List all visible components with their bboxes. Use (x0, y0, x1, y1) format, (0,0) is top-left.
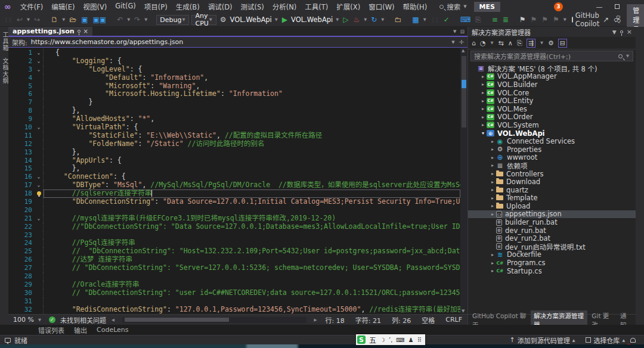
line-number[interactable]: 31 (8, 297, 35, 306)
code-line[interactable]: 18 //sqlserver连接字符串 (8, 189, 460, 198)
expander-icon[interactable]: ▸ (490, 179, 496, 185)
navigate-back-icon[interactable]: ↩ (16, 13, 24, 26)
menu-item[interactable]: 文件(F) (16, 2, 48, 11)
tree-item-connected-services[interactable]: ▸◉Connected Services (468, 137, 636, 145)
code-line[interactable]: 9 "AllowedHosts": "*", (8, 115, 460, 123)
chevron-down-icon[interactable]: ▼ (144, 17, 148, 22)
document-copy-icon[interactable]: ⎘ (474, 13, 482, 26)
line-number[interactable]: 23 (8, 231, 35, 240)
line-number[interactable]: 30 (8, 289, 35, 297)
line-number[interactable]: 2 (8, 57, 35, 66)
tree-item-wwwroot[interactable]: ▸⊕wwwroot (468, 154, 636, 162)
expander-icon[interactable]: ▸ (490, 260, 496, 266)
spell-check-icon[interactable]: ✓ (442, 13, 451, 26)
next-bookmark-icon[interactable]: ⚑ (540, 13, 549, 26)
line-number[interactable]: 10 (8, 123, 35, 132)
code-line[interactable]: 29 //Oracle连接字符串 (8, 281, 460, 289)
tree-item-vol.system[interactable]: ▸C#VOL.System (468, 121, 636, 129)
line-number[interactable]: 1 (8, 49, 35, 57)
code-line[interactable]: 2⌄ "Logging": { (8, 57, 460, 66)
clear-bookmarks-icon[interactable]: ⚑ (552, 13, 561, 26)
menu-item[interactable]: 视图(V) (79, 2, 112, 11)
code-line[interactable]: 3⌄ "LogLevel": { (8, 66, 460, 74)
expander-icon[interactable]: ▸ (490, 195, 496, 201)
tree-item--mes-8-8-[interactable]: ▣解决方案 'MES' (8 个项目, 共 8 个) (468, 64, 636, 73)
expander-icon[interactable]: ▸ (480, 74, 486, 79)
expander-icon[interactable]: ▸ (490, 212, 496, 217)
expander-icon[interactable]: ▸ (480, 122, 486, 128)
menu-item[interactable]: 项目(P) (140, 2, 172, 11)
startup-project-label[interactable]: VOL.WebApi (230, 15, 272, 24)
tree-item-controllers[interactable]: ▸Controllers (468, 170, 636, 178)
expander-icon[interactable]: ▸ (490, 139, 496, 144)
line-number[interactable]: 14 (8, 157, 35, 165)
scrollbar-thumb[interactable] (462, 56, 466, 128)
copy-path-icon[interactable]: ⎘ (517, 39, 522, 47)
horizontal-scrollbar[interactable] (122, 317, 306, 323)
vertical-scrollbar[interactable]: ▲ ▼ (460, 48, 467, 314)
chevron-down-icon[interactable]: ▼ (540, 41, 544, 45)
solution-search-input[interactable]: 搜索解决方案资源管理器(Ctrl+;) ▼ (470, 51, 633, 61)
sync-with-active-document-icon[interactable]: ⇶ (527, 39, 535, 48)
quick-search[interactable]: 搜索 ▼ (439, 2, 466, 11)
ime-tool-icon[interactable]: ⌨ (396, 337, 404, 343)
chevron-down-icon[interactable]: ▼ (380, 17, 385, 22)
ime-tool-icon[interactable]: ⠿ (417, 337, 422, 343)
github-copilot-icon[interactable] (572, 17, 573, 23)
line-number[interactable]: 18 (8, 189, 35, 198)
chevron-down-icon[interactable]: ▼ (626, 54, 630, 58)
find-in-files-icon[interactable]: 🗀 (393, 13, 402, 26)
line-number[interactable]: 21 (8, 215, 35, 223)
keyboard-cursor-icon[interactable]: ⌨ (459, 13, 472, 26)
fold-chevron-icon[interactable]: ⌄ (35, 49, 43, 57)
chevron-down-icon[interactable]: ▼ (26, 17, 30, 22)
select-repository-button[interactable]: 选择仓库 ▲ (580, 335, 630, 345)
scroll-down-icon[interactable]: ▼ (462, 309, 465, 313)
expander-icon[interactable]: ▸ (480, 106, 486, 111)
close-icon[interactable]: × (83, 28, 88, 35)
line-number[interactable]: 27 (8, 264, 35, 272)
schema-url[interactable]: https://www.schemastore.org/appsettings.… (31, 38, 184, 46)
line-number[interactable]: 20 (8, 206, 35, 215)
attach-to-process-icon[interactable]: ▦ (411, 13, 420, 26)
code-line[interactable]: 5 "Microsoft": "Warning", (8, 82, 460, 91)
previous-bookmark-icon[interactable]: ⚑ (530, 13, 538, 26)
tree-item--[interactable]: ▸▦依赖项 (468, 161, 636, 170)
expander-icon[interactable]: ▾ (480, 130, 486, 136)
tree-item-template[interactable]: ▸Template (468, 194, 636, 203)
fold-chevron-icon[interactable]: ⌄ (35, 181, 43, 189)
menu-item[interactable]: 测试(S) (236, 2, 268, 11)
line-number[interactable]: 28 (8, 272, 35, 281)
code-line[interactable]: 6 "Microsoft.Hosting.Lifetime": "Informa… (8, 90, 460, 98)
line-number[interactable]: 15 (8, 164, 35, 173)
line-ending[interactable]: CRLF (442, 316, 465, 324)
tree-item-download[interactable]: ▸Download (468, 178, 636, 186)
line-number[interactable]: 32 (8, 306, 35, 314)
bottom-tool-tab[interactable]: CodeLens (93, 326, 132, 334)
feedback-icon[interactable] (5, 338, 11, 343)
pin-icon[interactable] (78, 30, 80, 33)
wrench-icon[interactable]: ⚙ (548, 39, 554, 47)
expander-icon[interactable]: ▸ (480, 90, 486, 95)
chevron-down-icon[interactable]: ▼ (423, 17, 427, 22)
expander-icon[interactable]: ▸ (490, 163, 496, 168)
expander-icon[interactable]: ▸ (490, 171, 496, 176)
line-number[interactable]: 25 (8, 247, 35, 256)
scroll-left-icon[interactable]: ◀ (111, 318, 115, 322)
bottom-tool-tab[interactable]: 输出 (70, 325, 91, 335)
navigate-forward-icon[interactable]: ↪ (33, 13, 41, 26)
start-debugging-icon[interactable]: ▶ (281, 13, 289, 26)
code-line[interactable]: 22 //"DbConnectionString": "Data Source=… (8, 223, 460, 231)
chevron-down-icon[interactable]: ▼ (563, 17, 567, 22)
menu-item[interactable]: 生成(B) (172, 2, 204, 11)
redo-icon[interactable]: ↷ (133, 13, 141, 26)
code-line[interactable]: 4 "Default": "Information", (8, 74, 460, 82)
line-number[interactable]: 12 (8, 140, 35, 148)
code-line[interactable]: 16⌄ "Connection": { (8, 173, 460, 181)
tree-item-quartz[interactable]: ▸quartz (468, 186, 636, 194)
sync-icon[interactable]: ⇆ (499, 39, 504, 47)
tree-item-dev_run.bat[interactable]: ⚙dev_run.bat (468, 226, 636, 235)
expander-icon[interactable]: ▸ (490, 252, 496, 257)
share-icon[interactable]: ↗ (602, 13, 610, 26)
horizontal-scrollbar-thumb[interactable] (125, 318, 229, 322)
